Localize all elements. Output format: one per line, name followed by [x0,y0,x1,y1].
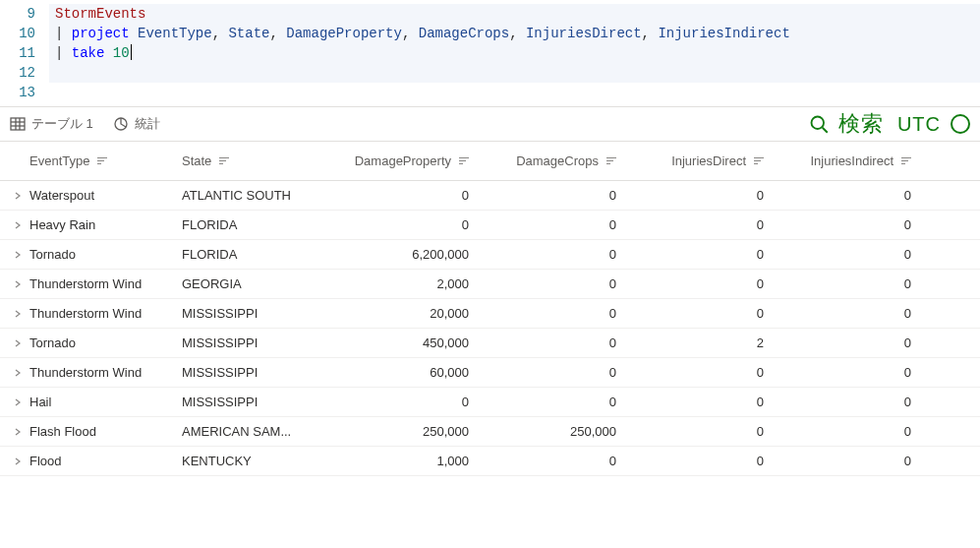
cell-damageproperty: 0 [329,395,487,409]
column-header-damagecrops[interactable]: DamageCrops [487,153,634,168]
cell-damageproperty: 6,200,000 [329,247,487,262]
cell-damagecrops: 250,000 [487,424,634,439]
cell-damagecrops: 0 [487,335,634,350]
code-content[interactable] [49,83,980,102]
table-row[interactable]: TornadoFLORIDA6,200,000000 [0,240,980,270]
cell-damagecrops: 0 [487,247,634,262]
cell-eventtype: Thunderstorm Wind [29,306,182,321]
cell-damageproperty: 60,000 [329,365,487,380]
row-expand-icon[interactable] [6,338,29,348]
row-expand-icon[interactable] [6,427,29,437]
table-header: EventType State DamageProperty DamageCro… [0,142,980,181]
column-label: InjuriesDirect [671,153,746,168]
line-number: 11 [0,43,49,63]
cell-injuriesdirect: 0 [634,306,781,321]
cell-injuriesindirect: 0 [781,335,929,350]
column-header-injuriesdirect[interactable]: InjuriesDirect [634,153,781,168]
cell-injuriesdirect: 0 [634,424,781,439]
row-expand-icon[interactable] [6,250,29,260]
cell-damageproperty: 250,000 [329,424,487,439]
tab-stats[interactable]: 統計 [113,115,160,133]
cell-injuriesdirect: 0 [634,395,781,409]
cell-eventtype: Flood [29,454,182,468]
cell-damageproperty: 20,000 [329,306,487,321]
row-expand-icon[interactable] [6,191,29,201]
cell-injuriesindirect: 0 [781,217,929,232]
cell-injuriesindirect: 0 [781,306,929,321]
cell-eventtype: Flash Flood [29,424,182,439]
cell-damagecrops: 0 [487,454,634,468]
column-header-injuriesindirect[interactable]: InjuriesIndirect [781,153,929,168]
cell-damageproperty: 0 [329,217,487,232]
column-menu-icon[interactable] [459,157,469,164]
table-row[interactable]: Thunderstorm WindMISSISSIPPI20,000000 [0,299,980,329]
cell-injuriesdirect: 0 [634,365,781,380]
query-editor[interactable]: 9StormEvents10| project EventType, State… [0,0,980,106]
editor-line[interactable]: 12 [0,63,980,83]
table-row[interactable]: Thunderstorm WindGEORGIA2,000000 [0,270,980,299]
table-row[interactable]: WaterspoutATLANTIC SOUTH0000 [0,181,980,211]
cell-injuriesindirect: 0 [781,454,929,468]
cell-state: ATLANTIC SOUTH [182,188,329,203]
row-expand-icon[interactable] [6,457,29,466]
cell-damagecrops: 0 [487,276,634,291]
search-label[interactable]: 検索 [838,109,884,139]
row-expand-icon[interactable] [6,397,29,407]
line-number: 12 [0,63,49,83]
cell-eventtype: Tornado [29,335,182,350]
cell-injuriesdirect: 0 [634,188,781,203]
column-menu-icon[interactable] [901,157,911,164]
column-header-damageproperty[interactable]: DamageProperty [329,153,487,168]
timezone-indicator-icon[interactable] [951,114,970,134]
editor-line[interactable]: 11| take 10 [0,43,980,63]
cell-state: MISSISSIPPI [182,395,329,409]
column-menu-icon[interactable] [606,157,616,164]
cell-injuriesindirect: 0 [781,188,929,203]
search-icon[interactable] [809,114,829,134]
row-expand-icon[interactable] [6,279,29,289]
cell-eventtype: Thunderstorm Wind [29,365,182,380]
row-expand-icon[interactable] [6,220,29,230]
column-label: DamageCrops [516,153,599,168]
table-row[interactable]: Flash FloodAMERICAN SAM...250,000250,000… [0,417,980,447]
code-content[interactable]: | project EventType, State, DamageProper… [49,24,980,43]
row-expand-icon[interactable] [6,368,29,378]
code-content[interactable]: | take 10 [49,43,980,63]
column-header-eventtype[interactable]: EventType [29,153,182,168]
line-number: 13 [0,83,49,102]
cell-state: MISSISSIPPI [182,335,329,350]
cell-eventtype: Waterspout [29,188,182,203]
cell-eventtype: Thunderstorm Wind [29,276,182,291]
text-cursor [131,44,132,60]
table-row[interactable]: TornadoMISSISSIPPI450,000020 [0,329,980,358]
cell-state: MISSISSIPPI [182,365,329,380]
cell-damageproperty: 0 [329,188,487,203]
cell-damageproperty: 1,000 [329,454,487,468]
tab-table[interactable]: テーブル 1 [10,115,93,133]
line-number: 9 [0,4,49,24]
code-content[interactable] [49,63,980,83]
column-menu-icon[interactable] [754,157,764,164]
table-row[interactable]: FloodKENTUCKY1,000000 [0,447,980,476]
cell-eventtype: Tornado [29,247,182,262]
column-header-state[interactable]: State [182,153,329,168]
editor-line[interactable]: 10| project EventType, State, DamageProp… [0,24,980,43]
cell-injuriesindirect: 0 [781,276,929,291]
column-label: EventType [29,153,89,168]
cell-state: FLORIDA [182,247,329,262]
cell-injuriesdirect: 0 [634,276,781,291]
code-content[interactable]: StormEvents [49,4,980,24]
column-menu-icon[interactable] [219,157,229,164]
editor-line[interactable]: 13 [0,83,980,102]
table-row[interactable]: Thunderstorm WindMISSISSIPPI60,000000 [0,358,980,388]
editor-line[interactable]: 9StormEvents [0,4,980,24]
row-expand-icon[interactable] [6,309,29,319]
timezone-label[interactable]: UTC [897,113,941,136]
column-menu-icon[interactable] [97,157,107,164]
cell-injuriesindirect: 0 [781,424,929,439]
table-row[interactable]: HailMISSISSIPPI0000 [0,388,980,417]
table-icon [10,116,26,132]
line-number: 10 [0,24,49,43]
table-row[interactable]: Heavy RainFLORIDA0000 [0,211,980,240]
tab-stats-label: 統計 [135,115,160,133]
